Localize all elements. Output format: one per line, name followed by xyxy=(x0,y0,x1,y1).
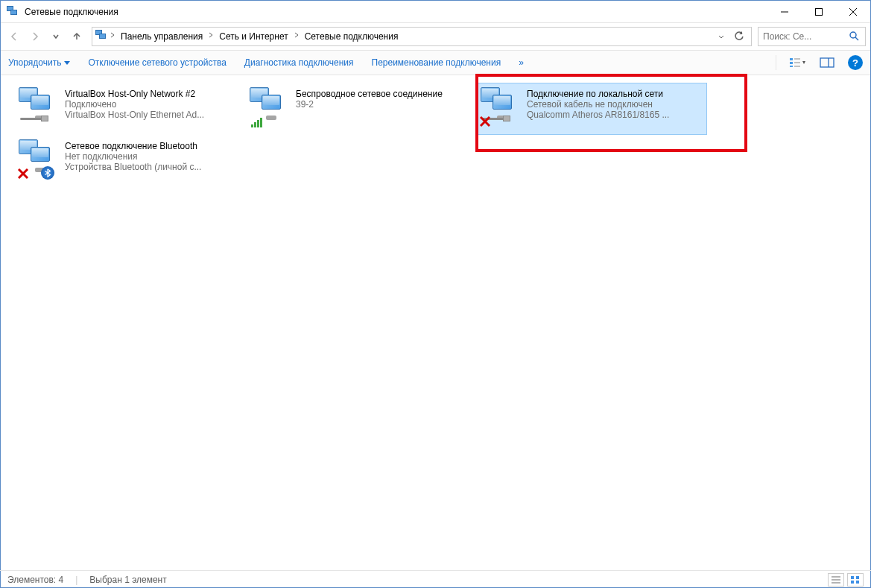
svg-marker-6 xyxy=(64,61,70,65)
up-button[interactable] xyxy=(68,28,86,45)
close-button[interactable] xyxy=(836,1,870,22)
connection-device: VirtualBox Host-Only Ethernet Ad... xyxy=(65,110,241,120)
maximize-button[interactable] xyxy=(802,1,836,22)
svg-line-5 xyxy=(855,37,858,40)
back-button[interactable] xyxy=(5,28,23,45)
window-icon xyxy=(7,6,19,18)
bluetooth-icon xyxy=(41,166,54,180)
search-icon[interactable] xyxy=(849,31,861,42)
chevron-right-icon[interactable] xyxy=(109,30,116,43)
minimize-button[interactable] xyxy=(767,1,802,22)
rename-button[interactable]: Переименование подключения xyxy=(372,57,501,68)
connection-device: Устройства Bluetooth (личной с... xyxy=(65,162,241,172)
connection-wireless[interactable]: Беспроводное сетевое соединение 39-2 xyxy=(245,83,476,135)
toolbar-overflow[interactable]: » xyxy=(519,57,524,68)
svg-rect-8 xyxy=(790,62,793,64)
toolbar-separator xyxy=(776,55,776,70)
connection-bluetooth[interactable]: Сетевое подключение Bluetooth Нет подклю… xyxy=(14,135,245,187)
svg-rect-14 xyxy=(820,58,834,67)
recent-dropdown[interactable] xyxy=(47,28,65,45)
details-view-button[interactable] xyxy=(828,573,844,587)
svg-marker-13 xyxy=(802,61,805,64)
disable-device-button[interactable]: Отключение сетевого устройства xyxy=(88,57,226,68)
svg-point-4 xyxy=(850,32,856,38)
network-adapter-icon xyxy=(19,87,60,126)
svg-rect-9 xyxy=(790,66,793,67)
connection-device: Qualcomm Atheros AR8161/8165 ... xyxy=(527,110,703,120)
titlebar: Сетевые подключения xyxy=(1,1,870,23)
chevron-right-icon[interactable] xyxy=(293,30,300,43)
connection-name: Подключение по локальной сети xyxy=(527,89,703,99)
window-title: Сетевые подключения xyxy=(25,7,767,17)
view-options-button[interactable] xyxy=(788,55,806,70)
search-input[interactable] xyxy=(763,31,849,42)
svg-rect-7 xyxy=(790,58,793,60)
breadcrumb-network-connections[interactable]: Сетевые подключения xyxy=(300,28,403,45)
command-bar: Упорядочить Отключение сетевого устройст… xyxy=(1,50,870,75)
disconnected-x-icon xyxy=(479,116,491,127)
connection-status: Нет подключения xyxy=(65,151,241,162)
signal-bars-icon xyxy=(251,117,265,127)
search-box[interactable] xyxy=(758,27,866,46)
connection-status: Сетевой кабель не подключен xyxy=(527,99,703,110)
svg-rect-24 xyxy=(856,576,859,579)
connection-status: 39-2 xyxy=(296,99,472,110)
svg-rect-25 xyxy=(851,581,854,584)
diagnose-button[interactable]: Диагностика подключения xyxy=(244,57,354,68)
svg-rect-1 xyxy=(816,8,823,15)
connection-name: Беспроводное сетевое соединение xyxy=(296,89,472,99)
selection-count: Выбран 1 элемент xyxy=(89,575,166,585)
breadcrumb-network-internet[interactable]: Сеть и Интернет xyxy=(215,28,292,45)
connection-status: Подключено xyxy=(65,99,241,110)
svg-rect-26 xyxy=(856,581,859,584)
connection-name: VirtualBox Host-Only Network #2 xyxy=(65,89,241,99)
svg-rect-23 xyxy=(851,576,854,579)
network-adapter-icon xyxy=(250,87,291,126)
item-count: Элементов: 4 xyxy=(7,575,63,585)
help-button[interactable]: ? xyxy=(848,55,863,70)
breadcrumb-control-panel[interactable]: Панель управления xyxy=(116,28,207,45)
icons-view-button[interactable] xyxy=(847,573,864,587)
content-area: VirtualBox Host-Only Network #2 Подключе… xyxy=(1,75,870,571)
forward-button[interactable] xyxy=(26,28,44,45)
status-bar: Элементов: 4 | Выбран 1 элемент xyxy=(0,570,871,588)
network-adapter-icon xyxy=(19,139,60,178)
disconnected-x-icon xyxy=(17,168,29,180)
connection-virtualbox[interactable]: VirtualBox Host-Only Network #2 Подключе… xyxy=(14,83,245,135)
address-row: Панель управления Сеть и Интернет Сетевы… xyxy=(1,23,870,50)
address-dropdown[interactable] xyxy=(712,28,730,45)
chevron-right-icon[interactable] xyxy=(207,30,215,43)
preview-pane-button[interactable] xyxy=(818,55,836,70)
refresh-button[interactable] xyxy=(730,28,748,45)
location-icon xyxy=(95,30,109,43)
network-adapter-icon xyxy=(481,87,522,126)
connection-lan[interactable]: Подключение по локальной сети Сетевой ка… xyxy=(476,83,707,135)
organize-button[interactable]: Упорядочить xyxy=(8,57,70,68)
address-bar[interactable]: Панель управления Сеть и Интернет Сетевы… xyxy=(92,27,752,46)
connection-name: Сетевое подключение Bluetooth xyxy=(65,141,241,151)
